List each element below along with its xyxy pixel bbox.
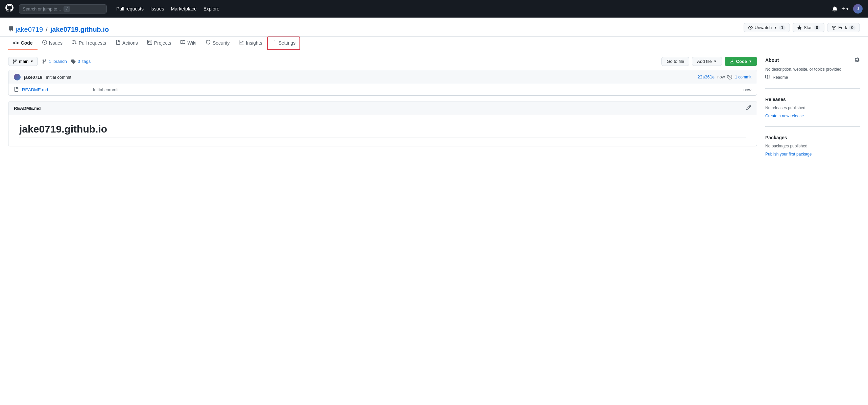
tab-wiki[interactable]: Wiki [176,37,201,50]
create-new-button[interactable]: + ▼ [842,5,849,13]
edit-readme-icon[interactable] [746,105,751,112]
file-time: now [743,87,751,92]
star-count: 0 [814,25,820,30]
branch-bar-left: main ▼ 1 branch 0 tag [8,57,91,66]
tab-code[interactable]: <> Code [8,37,38,50]
user-avatar[interactable]: J [853,4,863,14]
readme-meta-icon [765,74,770,80]
tab-projects-label: Projects [154,40,171,46]
commit-hash[interactable]: 22a261e [698,75,715,79]
readme-content: jake0719.github.io [8,115,757,146]
search-bar[interactable]: Search or jump to... / [19,4,107,14]
about-section-header: About [765,57,860,64]
about-title: About [765,57,779,63]
code-chevron-icon: ▼ [749,59,752,63]
settings-icon [272,40,276,46]
readme-box: README.md jake0719.github.io [8,101,757,146]
file-commit-message: Initial commit [93,87,740,92]
tab-projects[interactable]: Projects [143,37,176,50]
repo-icon [8,26,14,33]
nav-issues[interactable]: Issues [148,4,167,14]
about-description: No description, website, or topics provi… [765,66,860,72]
code-btn-label: Code [736,59,747,64]
readme-header: README.md [8,101,757,115]
star-button[interactable]: Star 0 [793,23,825,32]
branch-count-link[interactable]: 1 branch [49,59,67,64]
top-nav-links: Pull requests Issues Marketplace Explore [114,4,222,14]
tab-security[interactable]: Security [201,37,235,50]
tags-count-link[interactable]: 0 tags [78,59,91,64]
tab-pull-requests[interactable]: Pull requests [67,37,111,50]
unwatch-count: 1 [779,25,786,30]
repo-name-link[interactable]: jake0719.github.io [50,26,109,33]
tag-count: 0 [78,59,80,64]
pull-request-icon [72,40,77,46]
nav-explore[interactable]: Explore [201,4,222,14]
tab-pull-requests-label: Pull requests [79,40,106,46]
nav-marketplace[interactable]: Marketplace [168,4,199,14]
search-placeholder-text: Search or jump to... [23,6,61,11]
branch-chevron-icon: ▼ [30,59,33,63]
branch-bar-right: Go to file Add file ▼ Code ▼ [661,57,757,66]
nav-pull-requests[interactable]: Pull requests [114,4,146,14]
about-settings-icon[interactable] [854,57,860,64]
commit-header-right: 22a261e now 1 commit [698,75,751,79]
readme-meta-item: Readme [765,74,860,80]
publish-package-link[interactable]: Publish your first package [765,152,812,157]
chevron-down-icon: ▼ [774,26,777,29]
wiki-icon [180,40,185,46]
tab-insights[interactable]: Insights [234,37,267,50]
releases-header: Releases [765,97,860,102]
create-release-link[interactable]: Create a new release [765,114,804,118]
branch-text: branch [53,59,67,64]
readme-label: Readme [773,75,788,80]
top-nav-user-icons: + ▼ J [832,4,863,14]
add-file-button[interactable]: Add file ▼ [692,57,722,66]
tab-issues[interactable]: Issues [38,37,67,50]
commit-count[interactable]: 1 commit [735,75,751,79]
repo-owner-link[interactable]: jake0719 [16,26,43,33]
tab-actions[interactable]: Actions [111,37,143,50]
packages-title: Packages [765,135,787,140]
commit-author: jake0719 [24,75,42,80]
file-icon [14,87,19,93]
releases-title: Releases [765,97,786,102]
projects-icon [147,40,152,46]
add-file-label: Add file [697,59,712,64]
releases-section: Releases No releases published Create a … [765,97,860,127]
commit-message: Initial commit [46,75,71,80]
code-button[interactable]: Code ▼ [725,57,757,66]
unwatch-button[interactable]: Unwatch ▼ 1 [744,23,790,32]
commit-time: now [717,75,725,79]
top-navigation: Search or jump to... / Pull requests Iss… [0,0,868,18]
github-logo[interactable] [5,4,14,14]
tab-security-label: Security [213,40,230,46]
tab-actions-label: Actions [122,40,138,46]
tab-settings[interactable]: Settings [267,37,300,50]
tab-issues-label: Issues [49,40,63,46]
right-sidebar: About No description, website, or topics… [765,57,860,173]
code-area: main ▼ 1 branch 0 tag [8,57,757,173]
branch-name: main [19,59,28,64]
tab-insights-label: Insights [246,40,262,46]
table-row: README.md Initial commit now [8,84,757,95]
go-to-file-button[interactable]: Go to file [661,57,689,66]
packages-section: Packages No packages published Publish y… [765,135,860,165]
repo-action-buttons: Unwatch ▼ 1 Star 0 Fork 0 [744,23,860,36]
tab-wiki-label: Wiki [187,40,196,46]
star-label: Star [804,25,812,30]
file-name-link[interactable]: README.md [22,87,90,92]
committer-avatar[interactable] [14,74,21,80]
packages-header: Packages [765,135,860,140]
repo-title-area: jake0719 / jake0719.github.io [8,26,109,33]
branch-selector-button[interactable]: main ▼ [8,57,38,66]
insights-icon [239,40,244,46]
repo-tabs: <> Code Issues Pull requests Actions [0,37,868,50]
branch-info: 1 branch 0 tags [42,59,91,64]
about-section: About No description, website, or topics… [765,57,860,89]
notifications-button[interactable] [832,6,838,11]
add-file-chevron-icon: ▼ [714,59,717,63]
releases-desc: No releases published [765,105,860,111]
fork-button[interactable]: Fork 0 [827,23,860,32]
fork-label: Fork [838,25,847,30]
